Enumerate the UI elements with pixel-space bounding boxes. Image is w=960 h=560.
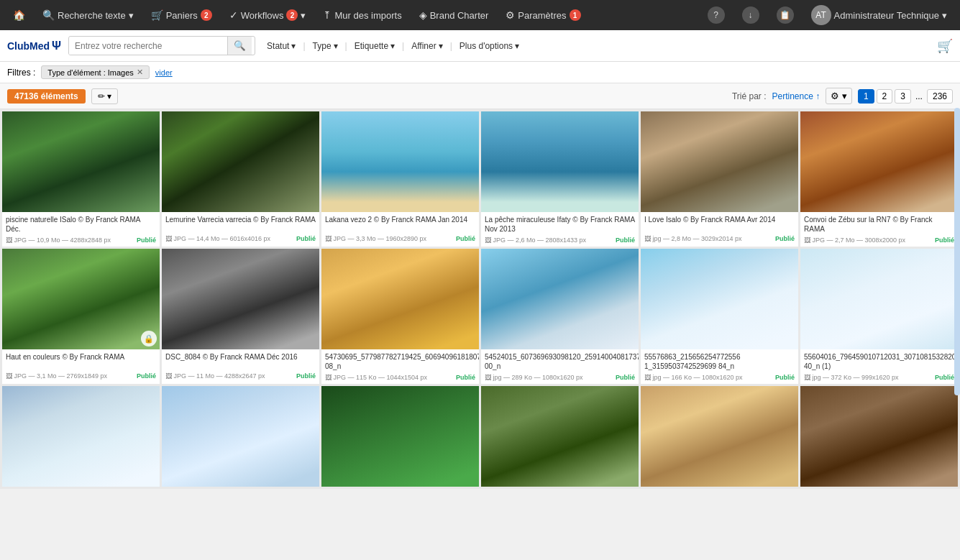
image-type-icon: 🖼 jpg — 2,8 Mo — 3029x2014 px — [644, 235, 742, 242]
sort-value[interactable]: Pertinence ↑ — [772, 91, 820, 101]
toolbar-row: 47136 éléments ✏ ▾ Trié par : Pertinence… — [0, 83, 960, 109]
separator: | — [345, 41, 347, 51]
edit-button[interactable]: ✏ ▾ — [91, 88, 118, 104]
search-icon: 🔍 — [42, 9, 55, 21]
statut-filter[interactable]: Statut ▾ — [262, 39, 300, 53]
logo-symbol: Ψ — [52, 40, 61, 52]
image-card[interactable]: 55576863_215656254772556 1_3159503742529… — [641, 249, 798, 384]
image-card[interactable]: piscine naturelle ISalo © By Franck RAMA… — [2, 111, 160, 247]
image-thumbnail — [162, 249, 319, 349]
image-thumbnail — [2, 386, 160, 487]
status-badge: Publié — [775, 374, 795, 381]
etiquette-filter[interactable]: Etiquette ▾ — [350, 39, 399, 53]
user-chevron-icon: ▾ — [942, 10, 947, 21]
baskets-badge: 2 — [201, 9, 212, 21]
page-3-button[interactable]: 3 — [895, 89, 911, 104]
plus-options-filter[interactable]: Plus d'options ▾ — [455, 39, 524, 53]
import-icon: ⤒ — [323, 9, 332, 21]
page-last-button[interactable]: 236 — [927, 89, 953, 104]
image-meta: 🖼 jpg — 372 Ko — 999x1620 pxPublié — [800, 372, 958, 384]
settings-menu[interactable]: ⚙ Paramètres 1 — [498, 6, 588, 24]
image-card[interactable]: DSC_8084 © By Franck RAMA Déc 2016🖼 JPG … — [162, 249, 319, 384]
page-2-button[interactable]: 2 — [877, 89, 893, 104]
brand-charter-menu[interactable]: ◈ Brand Charter — [412, 6, 496, 24]
image-type-icon: 🖼 JPG — 3,3 Mo — 1960x2890 px — [325, 235, 426, 242]
image-meta: 🖼 JPG — 2,7 Mo — 3008x2000 pxPublié — [800, 235, 958, 247]
image-thumbnail — [321, 386, 479, 487]
search-input[interactable] — [69, 37, 227, 55]
type-filter[interactable]: Type ▾ — [308, 39, 342, 53]
active-filters-row: Filtres : Type d'élément : Images ✕ vide… — [0, 62, 960, 83]
image-caption: DSC_8084 © By Franck RAMA Déc 2016 — [162, 349, 319, 371]
image-card[interactable]: 🔒Haut en couleurs © By Franck RAMA🖼 JPG … — [2, 249, 160, 384]
image-caption: 55576863_215656254772556 1_3159503742529… — [641, 349, 798, 372]
image-caption: piscine naturelle ISalo © By Franck RAMA… — [2, 212, 160, 235]
help-icon: ? — [708, 6, 725, 24]
image-card[interactable]: 55604016_796459010712031_307108153282002… — [800, 249, 958, 384]
search-submit-button[interactable]: 🔍 — [227, 37, 252, 55]
image-card[interactable]: 54730695_577987782719425_606940961818070… — [321, 249, 479, 384]
status-badge: Publié — [935, 374, 954, 381]
image-caption: 55604016_796459010712031_307108153282002… — [800, 349, 958, 372]
image-card[interactable] — [321, 386, 479, 487]
image-caption: I Love Isalo © By Franck RAMA Avr 2014 — [641, 212, 798, 234]
page-1-button[interactable]: 1 — [858, 89, 874, 104]
plus-options-label: Plus d'options — [460, 41, 513, 51]
image-card[interactable] — [800, 386, 958, 487]
status-badge: Publié — [456, 374, 475, 381]
image-card[interactable]: Lemurine Varrecia varrecia © By Franck R… — [162, 111, 319, 247]
filter-tag-remove[interactable]: ✕ — [137, 68, 143, 77]
grid-settings-button[interactable]: ⚙ ▾ — [826, 88, 852, 104]
workflows-menu[interactable]: ✓ Workflows 2 ▾ — [222, 6, 314, 24]
separator: | — [303, 41, 305, 51]
sort-label: Trié par : — [732, 91, 767, 101]
baskets-label: Paniers — [166, 10, 198, 21]
scrollbar[interactable] — [954, 108, 960, 395]
image-meta: 🖼 JPG — 14,4 Mo — 6016x4016 pxPublié — [162, 234, 319, 245]
import-wall-menu[interactable]: ⤒ Mur des imports — [316, 6, 408, 24]
image-thumbnail — [800, 111, 958, 212]
etiquette-chevron: ▾ — [390, 41, 395, 51]
user-menu[interactable]: AT Administrateur Technique ▾ — [804, 2, 954, 28]
image-card[interactable] — [481, 386, 639, 487]
home-button[interactable]: 🏠 — [6, 6, 32, 24]
sort-section: Trié par : Pertinence ↑ ⚙ ▾ 1 2 3 ... 23… — [732, 88, 953, 104]
image-card[interactable] — [162, 386, 319, 487]
status-badge: Publié — [456, 235, 475, 242]
settings-label: Paramètres — [518, 10, 566, 21]
image-thumbnail — [2, 111, 160, 212]
image-type-icon: 🖼 JPG — 11 Mo — 4288x2647 px — [165, 372, 265, 380]
image-card[interactable]: La pêche miraculeuse Ifaty © By Franck R… — [481, 111, 639, 247]
image-thumbnail — [641, 249, 798, 349]
pagination: 1 2 3 ... 236 — [858, 89, 953, 104]
import-label: Mur des imports — [334, 10, 401, 21]
baskets-menu[interactable]: 🛒 Paniers 2 — [144, 6, 219, 24]
image-card[interactable]: Convoi de Zébu sur la RN7 © By Franck RA… — [800, 111, 958, 247]
search-label: Recherche texte — [58, 10, 126, 21]
chevron-icon: ▾ — [129, 10, 134, 21]
download-button[interactable]: ↓ — [735, 4, 767, 27]
image-type-icon: 🖼 jpg — 289 Ko — 1080x1620 px — [485, 374, 583, 381]
image-card[interactable] — [641, 386, 798, 487]
image-type-icon: 🖼 jpg — 166 Ko — 1080x1620 px — [644, 374, 743, 381]
filter-bar: Statut ▾ | Type ▾ | Etiquette ▾ | Affine… — [262, 39, 524, 53]
help-button[interactable]: ? — [700, 4, 732, 27]
settings-icon: ⚙ — [506, 9, 515, 21]
image-thumbnail — [321, 111, 479, 212]
image-caption: Lakana vezo 2 © By Franck RAMA Jan 2014 — [321, 212, 479, 234]
image-card[interactable]: Lakana vezo 2 © By Franck RAMA Jan 2014🖼… — [321, 111, 479, 247]
cart-button[interactable]: 🛒 — [937, 38, 953, 54]
topnav-right-actions: ? ↓ 📋 AT Administrateur Technique ▾ — [700, 2, 954, 28]
count-badge: 47136 éléments — [7, 89, 86, 104]
image-thumbnail — [641, 111, 798, 212]
overlay-badge: 🔒 — [141, 331, 157, 346]
vider-link[interactable]: vider — [155, 68, 173, 77]
affiner-filter[interactable]: Affiner ▾ — [407, 39, 447, 53]
clipboard-button[interactable]: 📋 — [769, 4, 801, 27]
image-card[interactable] — [2, 386, 160, 487]
image-card[interactable]: I Love Isalo © By Franck RAMA Avr 2014🖼 … — [641, 111, 798, 247]
type-images-filter-tag: Type d'élément : Images ✕ — [41, 65, 150, 79]
search-menu[interactable]: 🔍 Recherche texte ▾ — [35, 6, 141, 24]
status-badge: Publié — [616, 237, 635, 244]
image-card[interactable]: 54524015_607369693098120_259140040817377… — [481, 249, 639, 384]
